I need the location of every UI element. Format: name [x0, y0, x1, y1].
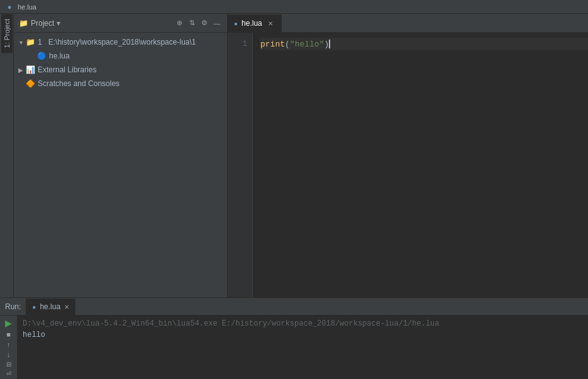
bottom-panel: Run: ● he.lua ✕ ▶ ■ ↑ ↓ ⊟ ⏎ 📌 ⊗ D:\v4_de…: [0, 297, 588, 379]
tree-external-libraries[interactable]: ▶ 📊 External Libraries: [14, 63, 227, 77]
ext-arrow: ▶: [16, 65, 25, 74]
tab-label-helua: he.lua: [241, 19, 262, 28]
run-stop-button[interactable]: ■: [3, 331, 15, 338]
code-cursor: [329, 40, 330, 48]
tree-scratches-consoles[interactable]: 🔶 Scratches and Consoles: [14, 77, 227, 91]
dropdown-icon[interactable]: ▾: [57, 19, 60, 28]
code-string: "hello": [290, 40, 325, 49]
editor-area: ● he.lua ✕ 1 print("hello"): [228, 14, 588, 297]
bottom-tab-label: he.lua: [40, 302, 60, 311]
bottom-tab-lua-icon: ●: [32, 304, 36, 310]
line-numbers: 1: [228, 33, 253, 297]
line-num-1: 1: [228, 38, 252, 50]
ext-lib-icon: 📊: [25, 65, 35, 75]
tree-file-helua[interactable]: 🔵 he.lua: [14, 49, 227, 63]
tab-lua-icon: ●: [234, 20, 238, 27]
root-folder-icon: 📁: [25, 37, 35, 47]
layout-button[interactable]: ⊟: [3, 361, 15, 368]
tree-root-item[interactable]: ▾ 📁 1 E:\history\workspace_2018\workspac…: [14, 35, 227, 49]
project-panel: 📁 Project ▾ ⊕ ⇅ ⚙ — ▾ 📁 1 E:\history\wor…: [14, 14, 228, 297]
sort-icon[interactable]: ⇅: [187, 18, 197, 28]
scroll-up-button[interactable]: ↑: [3, 341, 15, 348]
code-paren-open: (: [285, 40, 290, 49]
run-play-button[interactable]: ▶: [3, 318, 15, 328]
editor-content: 1 print("hello"): [228, 33, 588, 297]
window-title: he.lua: [18, 3, 36, 11]
bottom-tab-close[interactable]: ✕: [64, 304, 69, 310]
project-title: 📁 Project ▾: [19, 19, 170, 28]
editor-tab-bar: ● he.lua ✕: [228, 14, 588, 33]
bottom-tab-bar: Run: ● he.lua ✕: [0, 298, 588, 316]
bottom-tab-helua[interactable]: ● he.lua ✕: [26, 299, 75, 315]
sidebar-item-project[interactable]: 1: Project: [1, 14, 13, 53]
editor-tab-helua[interactable]: ● he.lua ✕: [228, 14, 282, 32]
ext-lib-label: External Libraries: [38, 65, 96, 74]
soft-wrap-button[interactable]: ⏎: [3, 370, 15, 377]
left-tabs-strip: 1: Project: [0, 14, 14, 297]
scroll-down-button[interactable]: ↓: [3, 351, 15, 358]
output-command-line: D:\v4_dev_env\lua-5.4.2_Win64_bin\lua54.…: [23, 318, 583, 329]
root-arrow: ▾: [16, 38, 25, 47]
code-paren-close: ): [324, 40, 329, 49]
settings-icon[interactable]: ⚙: [199, 18, 209, 28]
scratches-label: Scratches and Consoles: [38, 79, 119, 88]
minimize-icon[interactable]: —: [212, 18, 222, 28]
bottom-sidebar: ▶ ■ ↑ ↓ ⊟ ⏎ 📌 ⊗: [0, 316, 18, 379]
project-tree: ▾ 📁 1 E:\history\workspace_2018\workspac…: [14, 33, 227, 297]
bottom-content: ▶ ■ ↑ ↓ ⊟ ⏎ 📌 ⊗ D:\v4_dev_env\lua-5.4.2_…: [0, 316, 588, 379]
folder-icon: 📁: [19, 19, 28, 28]
tab-close-helua[interactable]: ✕: [266, 19, 275, 28]
globe-icon[interactable]: ⊕: [174, 18, 184, 28]
code-area[interactable]: print("hello"): [253, 33, 588, 297]
code-keyword-print: print: [260, 40, 285, 49]
main-container: 1: Project 📁 Project ▾ ⊕ ⇅ ⚙ — ▾ 📁: [0, 14, 588, 297]
project-toolbar: 📁 Project ▾ ⊕ ⇅ ⚙ —: [14, 14, 227, 33]
toolbar-icons: ⊕ ⇅ ⚙ —: [174, 18, 222, 28]
scratch-icon: 🔶: [25, 79, 35, 89]
code-line-1: print("hello"): [260, 38, 588, 50]
lua-file-icon: 🔵: [36, 51, 47, 61]
run-output-area: D:\v4_dev_env\lua-5.4.2_Win64_bin\lua54.…: [18, 316, 588, 379]
title-bar: ● he.lua: [0, 0, 588, 14]
root-number: 1 E:\history\workspace_2018\workspace-lu…: [38, 38, 196, 47]
output-result-line: hello: [23, 329, 583, 341]
file-name-helua: he.lua: [49, 52, 70, 60]
run-label: Run:: [0, 299, 26, 315]
app-icon: ●: [5, 3, 14, 11]
